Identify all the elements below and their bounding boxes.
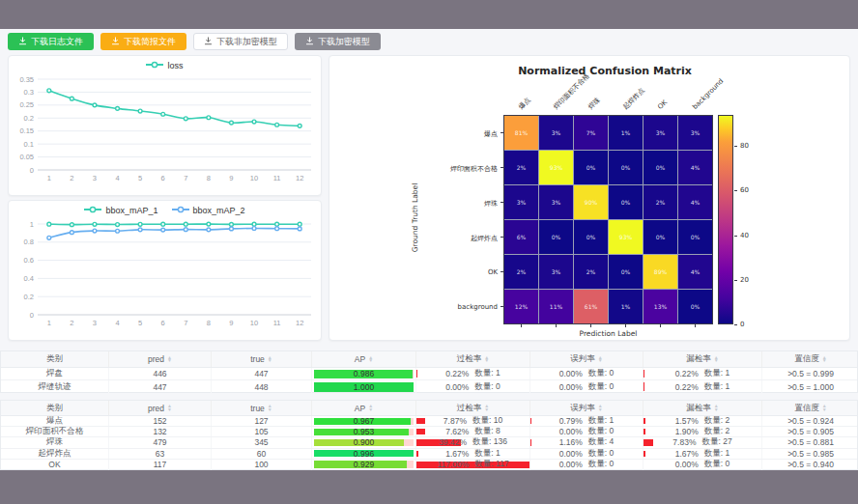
column-header-over[interactable]: 过检率▲▼ xyxy=(416,351,530,367)
column-header-label: pred xyxy=(148,354,164,364)
confusion-matrix-title: Normalized Confusion Matrix xyxy=(460,65,750,77)
column-header-label: 漏检率 xyxy=(686,353,711,365)
legend-label: bbox_mAP_2 xyxy=(193,206,245,215)
svg-text:6: 6 xyxy=(161,319,165,327)
sort-caret-icon[interactable]: ▲▼ xyxy=(268,405,272,411)
rate-percent: 0.00% xyxy=(675,460,699,469)
class-name-cell: 起焊炸点 xyxy=(1,449,109,459)
column-header-mis[interactable]: 误判率▲▼ xyxy=(530,351,644,367)
column-header-ap[interactable]: AP▲▼ xyxy=(312,351,416,367)
sort-caret-icon[interactable]: ▲▼ xyxy=(822,356,827,363)
column-header-pred[interactable]: pred▲▼ xyxy=(109,351,212,367)
misjudge-rate-cell: 0.79%数量: 1 xyxy=(530,416,644,426)
class-name-cell: OK xyxy=(1,460,109,470)
matrix-row-label: 爆点 xyxy=(329,129,498,139)
sort-caret-icon[interactable]: ▲▼ xyxy=(822,405,827,411)
rate-percent: 7.87% xyxy=(443,416,467,426)
sort-caret-icon[interactable]: ▲▼ xyxy=(598,356,603,363)
metrics-table-detection: 类别pred▲▼true▲▼AP▲▼过检率▲▼误判率▲▼漏检率▲▼置信度▲▼焊盘… xyxy=(0,350,858,393)
matrix-cell: 0% xyxy=(678,220,712,254)
column-header-true[interactable]: true▲▼ xyxy=(212,401,312,415)
matrix-row-label: 焊印面积不合格 xyxy=(329,164,498,174)
column-header-label: AP xyxy=(355,354,365,364)
svg-text:5: 5 xyxy=(138,174,142,182)
sort-caret-icon[interactable]: ▲▼ xyxy=(368,405,373,411)
class-name-cell: 焊盘 xyxy=(1,368,109,379)
download-log-file-button[interactable]: 下载日志文件 xyxy=(8,33,94,50)
card-map-svg: 00.20.40.60.81123456789101112 xyxy=(9,218,321,340)
sort-caret-icon[interactable]: ▲▼ xyxy=(714,356,719,363)
sort-caret-icon[interactable]: ▲▼ xyxy=(484,405,489,411)
rate-percent: 7.62% xyxy=(445,427,469,436)
x-tick-mark xyxy=(590,324,591,327)
download-report-file-button[interactable]: 下载简报文件 xyxy=(100,33,186,50)
download-encrypted-model-button[interactable]: 下载加密模型 xyxy=(295,33,381,50)
matrix-cell: 12% xyxy=(504,290,538,323)
sort-caret-icon[interactable]: ▲▼ xyxy=(598,405,603,411)
matrix-row-label: background xyxy=(329,303,498,311)
ap-value: 0.996 xyxy=(354,449,374,459)
column-header-conf[interactable]: 置信度▲▼ xyxy=(762,351,858,367)
column-header-miss[interactable]: 漏检率▲▼ xyxy=(644,401,762,415)
column-header-mis[interactable]: 误判率▲▼ xyxy=(530,401,644,415)
matrix-column-label: OK xyxy=(656,98,669,111)
rate-count: 数量: 4 xyxy=(588,437,614,447)
true-count-cell: 345 xyxy=(212,437,312,447)
overcheck-rate-cell: 0.00%数量: 0 xyxy=(416,380,530,393)
legend-item-bbox_mAP_2[interactable]: bbox_mAP_2 xyxy=(172,206,245,215)
training-dashboard: 下载日志文件下载简报文件下载非加密模型下载加密模型 loss00.050.10.… xyxy=(0,0,858,504)
svg-text:0.8: 0.8 xyxy=(24,238,34,246)
column-header-label: 误判率 xyxy=(570,353,595,365)
x-tick-mark xyxy=(660,324,661,327)
svg-text:3: 3 xyxy=(93,319,97,327)
column-header-miss[interactable]: 漏检率▲▼ xyxy=(644,351,762,367)
rate-red-bar xyxy=(416,451,418,457)
misscheck-rate-cell: 0.22%数量: 1 xyxy=(644,368,762,379)
svg-text:0.15: 0.15 xyxy=(19,126,34,135)
colorbar-tick-label: 0 xyxy=(740,321,744,328)
ap-value: 0.967 xyxy=(354,416,374,426)
matrix-cell: 0% xyxy=(609,185,643,219)
column-header-pred[interactable]: pred▲▼ xyxy=(109,401,212,415)
column-header-conf[interactable]: 置信度▲▼ xyxy=(762,401,858,415)
misjudge-rate-cell: 0.00%数量: 0 xyxy=(530,380,644,393)
sort-caret-icon[interactable]: ▲▼ xyxy=(167,405,172,411)
svg-text:0.2: 0.2 xyxy=(24,293,34,301)
sort-caret-icon[interactable]: ▲▼ xyxy=(484,356,489,363)
rate-count: 数量: 1 xyxy=(474,449,500,459)
rate-percent: 7.83% xyxy=(672,437,696,447)
rate-red-bar xyxy=(416,462,529,468)
matrix-cell: 0% xyxy=(644,220,677,254)
rate-count: 数量: 117 xyxy=(474,460,508,470)
legend-marker-icon xyxy=(172,206,189,215)
table-header-row: 类别pred▲▼true▲▼AP▲▼过检率▲▼误判率▲▼漏检率▲▼置信度▲▼ xyxy=(1,401,857,416)
button-label: 下载日志文件 xyxy=(31,36,83,48)
sort-caret-icon[interactable]: ▲▼ xyxy=(368,356,373,363)
colorbar-tick-mark xyxy=(734,280,737,281)
true-count-cell: 127 xyxy=(212,416,312,426)
confidence-cell: >0.5 = 0.881 xyxy=(762,437,858,447)
column-header-true[interactable]: true▲▼ xyxy=(212,351,312,367)
matrix-cell: 3% xyxy=(678,116,712,150)
colorbar-tick-label: 20 xyxy=(740,276,749,284)
sort-caret-icon[interactable]: ▲▼ xyxy=(167,356,172,363)
misscheck-rate-cell: 1.67%数量: 1 xyxy=(644,449,762,459)
rate-count: 数量: 0 xyxy=(474,381,500,393)
column-header-ap[interactable]: AP▲▼ xyxy=(312,401,416,415)
rate-percent: 1.67% xyxy=(675,449,699,459)
window-chrome-top xyxy=(0,0,858,29)
rate-count: 数量: 8 xyxy=(474,427,500,436)
sort-caret-icon[interactable]: ▲▼ xyxy=(268,356,272,363)
legend-item-loss[interactable]: loss xyxy=(146,61,183,70)
rate-count: 数量: 2 xyxy=(704,427,729,436)
download-unencrypted-model-button[interactable]: 下载非加密模型 xyxy=(193,33,288,50)
chart-legend: bbox_mAP_1bbox_mAP_2 xyxy=(9,206,321,215)
overcheck-rate-cell: 117.00%数量: 117 xyxy=(416,460,530,470)
column-header-over[interactable]: 过检率▲▼ xyxy=(416,401,530,415)
map-chart-card: bbox_mAP_1bbox_mAP_200.20.40.60.81123456… xyxy=(8,200,322,341)
confidence-cell: >0.5 = 0.985 xyxy=(762,449,858,459)
ap-value: 0.953 xyxy=(354,427,374,436)
sort-caret-icon[interactable]: ▲▼ xyxy=(714,405,719,411)
colorbar xyxy=(718,115,733,324)
legend-item-bbox_mAP_1[interactable]: bbox_mAP_1 xyxy=(84,206,157,215)
